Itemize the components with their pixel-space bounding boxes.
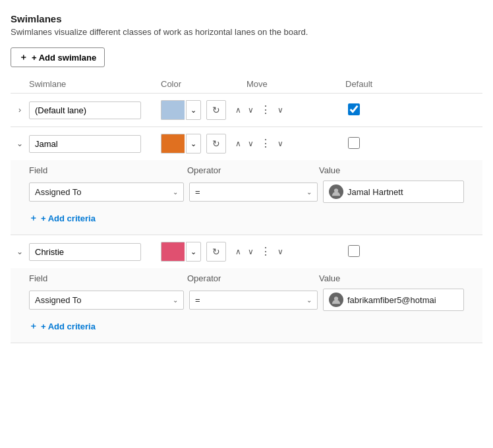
- more-options-default[interactable]: ⋮: [258, 103, 273, 117]
- field-select-christie[interactable]: Assigned To ⌄: [29, 291, 184, 310]
- more-options-christie[interactable]: ⋮: [258, 245, 273, 258]
- expand-arrow-jamal[interactable]: ∨: [276, 138, 285, 150]
- value-text-jamal: Jamal Hartnett: [347, 187, 403, 197]
- field-arrow-christie: ⌄: [173, 296, 178, 304]
- field-arrow-jamal: ⌄: [173, 188, 178, 196]
- default-checkbox-jamal[interactable]: [348, 137, 360, 149]
- lane-name-input-christie[interactable]: [29, 243, 141, 261]
- col-default: Default: [339, 79, 392, 89]
- operator-arrow-jamal: ⌄: [306, 188, 312, 196]
- move-down-default[interactable]: ∨: [246, 104, 256, 116]
- add-criteria-christie[interactable]: ＋ + Add criteria: [29, 318, 96, 335]
- criteria-section-christie: Field Operator Value Assigned To ⌄ = ⌄: [11, 268, 482, 343]
- columns-header: Swimlane Color Move Default: [11, 79, 482, 94]
- move-up-christie[interactable]: ∧: [233, 246, 243, 258]
- expand-jamal-btn[interactable]: ⌄: [11, 138, 29, 150]
- col-swimlane: Swimlane: [29, 79, 161, 89]
- value-display-jamal[interactable]: Jamal Hartnett: [323, 181, 464, 203]
- refresh-btn-christie[interactable]: ↻: [206, 242, 226, 262]
- value-display-christie[interactable]: fabrikamfiber5@hotmai: [323, 289, 464, 311]
- field-value-christie: Assigned To: [35, 295, 82, 305]
- color-swatch-christie: [161, 242, 185, 262]
- more-options-jamal[interactable]: ⋮: [258, 137, 273, 150]
- operator-label-christie: Operator: [187, 273, 319, 283]
- col-move: Move: [233, 79, 339, 89]
- add-criteria-jamal[interactable]: ＋ + Add criteria: [29, 210, 96, 227]
- page-description: Swimlanes visualize different classes of…: [11, 27, 482, 37]
- default-checkbox-default[interactable]: [348, 103, 360, 115]
- swimlane-block-jamal: ⌄ ⌄ ↻ ∧ ∨ ⋮ ∨ Field Operator Value Assig…: [11, 127, 482, 235]
- lane-name-input-jamal[interactable]: [29, 135, 141, 153]
- col-color: Color: [161, 79, 233, 89]
- criteria-section-jamal: Field Operator Value Assigned To ⌄ = ⌄: [11, 160, 482, 235]
- value-text-christie: fabrikamfiber5@hotmai: [347, 295, 436, 305]
- color-dropdown-christie[interactable]: ⌄: [186, 242, 201, 262]
- move-down-jamal[interactable]: ∨: [246, 138, 256, 150]
- operator-value-christie: =: [195, 295, 200, 305]
- color-dropdown-jamal[interactable]: ⌄: [186, 134, 201, 154]
- move-down-christie[interactable]: ∨: [246, 246, 256, 258]
- expand-arrow-christie[interactable]: ∨: [276, 246, 285, 258]
- color-swatch-jamal: [161, 134, 185, 154]
- field-select-jamal[interactable]: Assigned To ⌄: [29, 182, 184, 202]
- expand-default-btn[interactable]: ›: [11, 104, 29, 116]
- expand-christie-btn[interactable]: ⌄: [11, 246, 29, 258]
- operator-value-jamal: =: [195, 187, 200, 197]
- operator-arrow-christie: ⌄: [306, 296, 312, 304]
- default-checkbox-christie[interactable]: [348, 245, 360, 257]
- avatar-jamal: [329, 184, 343, 199]
- operator-select-christie[interactable]: = ⌄: [189, 291, 318, 310]
- operator-label-jamal: Operator: [187, 165, 319, 175]
- add-criteria-label-christie: + Add criteria: [41, 322, 96, 331]
- plus-icon-christie: ＋: [29, 320, 38, 332]
- refresh-btn-jamal[interactable]: ↻: [206, 134, 226, 154]
- color-dropdown-default[interactable]: ⌄: [186, 100, 201, 120]
- plus-icon: ＋: [19, 51, 28, 63]
- value-label-jamal: Value: [319, 165, 464, 175]
- expand-arrow-default[interactable]: ∨: [276, 104, 285, 116]
- move-up-jamal[interactable]: ∧: [233, 138, 243, 150]
- page-title: Swimlanes: [11, 13, 482, 24]
- swimlane-block-christie: ⌄ ⌄ ↻ ∧ ∨ ⋮ ∨ Field Operator Value Assig…: [11, 235, 482, 343]
- move-up-default[interactable]: ∧: [233, 104, 243, 116]
- operator-select-jamal[interactable]: = ⌄: [189, 182, 318, 202]
- refresh-btn-default[interactable]: ↻: [206, 100, 226, 120]
- field-label-jamal: Field: [29, 165, 187, 175]
- swimlane-block-default: › ⌄ ↻ ∧ ∨ ⋮ ∨: [11, 94, 482, 127]
- field-value-jamal: Assigned To: [35, 187, 82, 197]
- field-label-christie: Field: [29, 273, 187, 283]
- add-criteria-label-jamal: + Add criteria: [41, 213, 96, 223]
- value-label-christie: Value: [319, 273, 464, 283]
- color-swatch-default: [161, 100, 185, 120]
- lane-name-input-default[interactable]: [29, 101, 141, 119]
- plus-icon-jamal: ＋: [29, 212, 38, 224]
- avatar-christie: [329, 293, 343, 307]
- add-swimlane-button[interactable]: ＋ + Add swimlane: [11, 47, 105, 67]
- add-swimlane-label: + Add swimlane: [32, 53, 96, 63]
